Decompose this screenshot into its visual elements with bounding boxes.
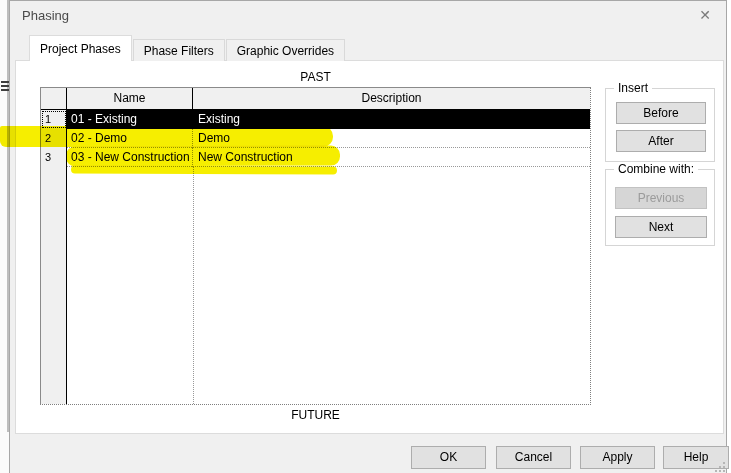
row-header-gutter [41, 167, 67, 404]
insert-group: Insert Before After [605, 88, 715, 162]
ok-button[interactable]: OK [411, 446, 486, 469]
phase-name-cell[interactable]: 02 - Demo [67, 129, 193, 148]
tab-phase-filters[interactable]: Phase Filters [133, 39, 225, 61]
cancel-button[interactable]: Cancel [496, 446, 571, 469]
phasing-dialog: Phasing ✕ Project Phases Phase Filters G… [9, 0, 727, 473]
resize-grip-icon[interactable] [713, 460, 725, 472]
insert-group-label: Insert [614, 81, 652, 95]
phase-description-cell[interactable]: New Construction [193, 148, 590, 167]
dialog-footer: OK Cancel Apply Help [10, 434, 726, 473]
phases-table: Name Description 1 01 - Existing Existin… [40, 87, 591, 405]
insert-before-button[interactable]: Before [616, 102, 706, 124]
table-row[interactable]: 2 02 - Demo Demo [41, 129, 590, 148]
row-number-cell[interactable]: 1 [41, 110, 67, 129]
apply-button[interactable]: Apply [580, 446, 655, 469]
column-header-name[interactable]: Name [67, 88, 193, 110]
combine-previous-button: Previous [615, 187, 707, 209]
phase-name-cell[interactable]: 03 - New Construction [67, 148, 193, 167]
combine-group-label: Combine with: [614, 162, 698, 176]
close-icon[interactable]: ✕ [690, 3, 720, 27]
phase-description-cell[interactable]: Demo [193, 129, 590, 148]
past-label: PAST [40, 70, 591, 84]
tab-strip: Project Phases Phase Filters Graphic Ove… [29, 35, 345, 61]
project-phases-panel: PAST Name Description 1 01 - Existing Ex… [15, 60, 724, 434]
combine-next-button[interactable]: Next [615, 216, 707, 238]
row-number-cell[interactable]: 3 [41, 148, 67, 167]
header-corner-cell [41, 88, 67, 110]
tab-project-phases[interactable]: Project Phases [29, 35, 132, 61]
column-header-description[interactable]: Description [193, 88, 590, 110]
future-label: FUTURE [40, 408, 591, 422]
table-row[interactable]: 3 03 - New Construction New Construction [41, 148, 590, 167]
phase-description-cell[interactable]: Existing [193, 110, 590, 129]
combine-with-group: Combine with: Previous Next [605, 169, 715, 246]
title-bar: Phasing ✕ [10, 1, 726, 31]
phase-name-cell[interactable]: 01 - Existing [67, 110, 193, 129]
dialog-title: Phasing [22, 8, 69, 23]
insert-after-button[interactable]: After [616, 130, 706, 152]
table-row[interactable]: 1 01 - Existing Existing [41, 110, 590, 129]
tab-graphic-overrides[interactable]: Graphic Overrides [226, 39, 345, 61]
column-divider [193, 167, 194, 404]
row-number-cell[interactable]: 2 [41, 129, 67, 148]
